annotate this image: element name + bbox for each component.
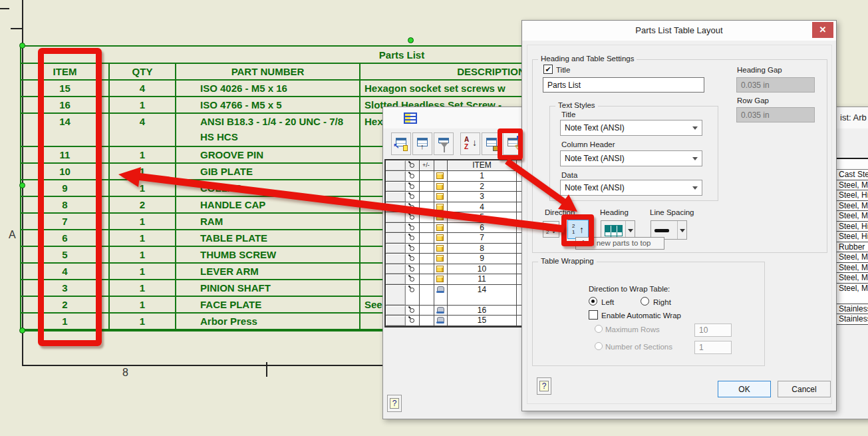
table-wrapping-group-label: Table Wrapping xyxy=(538,257,597,265)
row-gap-field: 0.035 in xyxy=(736,107,815,122)
wrap-right-radio[interactable] xyxy=(641,297,649,306)
magnifier-icon xyxy=(410,308,414,313)
item-cell[interactable]: 6 xyxy=(448,223,517,233)
header-qty: QTY xyxy=(110,64,176,79)
cancel-button[interactable]: Cancel xyxy=(778,381,831,397)
line-spacing-label: Line Spacing xyxy=(650,208,694,216)
part-icon xyxy=(436,234,444,241)
close-button[interactable]: ✕ xyxy=(812,22,833,38)
group-settings-button[interactable]: ↑ xyxy=(412,132,432,155)
magnifier-icon xyxy=(410,288,414,292)
zone-tick-left xyxy=(11,28,23,29)
row-selector[interactable] xyxy=(386,223,406,233)
header-item: ITEM xyxy=(21,64,110,79)
sheet-border-corner-tick xyxy=(0,8,9,9)
app-canvas: A 8 Parts List ITEM QTY PART NUMBER DESC… xyxy=(0,0,868,436)
item-cell[interactable]: 16 xyxy=(448,306,517,316)
row-selector[interactable] xyxy=(386,244,406,254)
number-of-sections-radio[interactable] xyxy=(595,342,603,350)
row-gap-label: Row Gap xyxy=(737,97,769,105)
part-icon xyxy=(436,193,444,200)
grip-handle[interactable] xyxy=(19,43,25,49)
enable-auto-wrap-checkbox[interactable] xyxy=(589,310,598,320)
chevron-down-icon xyxy=(692,157,698,160)
magnifier-icon xyxy=(410,236,414,240)
sort-az-icon: A xyxy=(464,136,469,143)
part-icon xyxy=(436,224,444,231)
sort-button[interactable]: A Z ↓ xyxy=(460,132,480,155)
grip-handle[interactable] xyxy=(408,37,414,43)
table-layout-button[interactable]: ✎ xyxy=(503,132,523,155)
chevron-down-icon xyxy=(692,186,698,190)
heading-placement-label: Heading xyxy=(600,208,629,216)
maximum-rows-label: Maximum Rows xyxy=(605,326,660,333)
item-cell[interactable]: 4 xyxy=(448,202,517,212)
dialog-title-bar[interactable]: Parts List Table Layout ✕ xyxy=(522,21,836,41)
row-selector[interactable] xyxy=(386,212,406,222)
chevron-down-icon[interactable] xyxy=(677,221,686,239)
row-selector[interactable] xyxy=(386,306,406,316)
row-selector[interactable] xyxy=(386,274,406,284)
export-button[interactable] xyxy=(482,132,502,155)
direction-label: Direction xyxy=(545,208,575,216)
wrap-direction-label: Direction to Wrap Table: xyxy=(589,285,670,293)
row-selector[interactable] xyxy=(386,316,406,326)
grip-handle[interactable] xyxy=(19,182,25,188)
row-selector[interactable] xyxy=(386,182,406,192)
part-icon xyxy=(436,183,444,190)
row-selector[interactable] xyxy=(386,264,406,274)
part-icon xyxy=(436,204,444,210)
part-icon xyxy=(436,172,444,179)
item-cell[interactable]: 14 xyxy=(448,285,517,305)
add-parts-bottom-button[interactable]: 12↓ xyxy=(543,221,559,238)
item-cell[interactable]: 9 xyxy=(448,254,517,264)
dialog-help-button[interactable] xyxy=(537,377,551,395)
part-icon xyxy=(436,245,444,252)
item-cell[interactable]: 1 xyxy=(448,171,517,181)
heading-gap-field: 0.035 in xyxy=(736,77,815,93)
item-cell[interactable]: 5 xyxy=(448,212,517,222)
add-parts-top-button[interactable]: 21↑ xyxy=(567,220,589,239)
row-selector[interactable] xyxy=(386,254,406,264)
title-checkbox[interactable]: ✔ xyxy=(543,65,553,74)
title-style-dropdown[interactable]: Note Text (ANSI) xyxy=(560,120,702,136)
row-selector[interactable] xyxy=(386,285,406,305)
column-header-label: Column Header xyxy=(561,140,615,148)
part-icon xyxy=(436,276,444,282)
column-header-style-dropdown[interactable]: Note Text (ANSI) xyxy=(560,150,702,166)
item-cell[interactable]: 10 xyxy=(448,264,517,274)
filter-settings-button[interactable] xyxy=(434,132,454,155)
item-cell[interactable]: 15 xyxy=(448,316,517,326)
editor-help-button[interactable] xyxy=(387,395,402,412)
grip-handle[interactable] xyxy=(19,327,25,333)
magnifier-icon xyxy=(410,256,414,261)
item-cell[interactable]: 11 xyxy=(448,274,517,284)
data-style-dropdown[interactable]: Note Text (ANSI) xyxy=(560,180,702,196)
row-selector[interactable] xyxy=(386,171,406,181)
title-input[interactable]: Parts List xyxy=(543,77,704,93)
heading-top-icon xyxy=(605,225,623,236)
row-selector[interactable] xyxy=(386,233,406,243)
title-checkbox-label: Title xyxy=(556,66,570,74)
column-chooser-button[interactable]: ↖ xyxy=(391,132,411,155)
zone-col-label: 8 xyxy=(122,367,128,379)
item-cell[interactable]: 2 xyxy=(448,182,517,192)
sheet-border-bottom xyxy=(22,365,384,366)
data-label: Data xyxy=(561,171,577,179)
item-cell[interactable]: 7 xyxy=(448,233,517,243)
magnifier-icon xyxy=(410,194,414,199)
enable-auto-wrap-label: Enable Automatic Wrap xyxy=(601,312,681,320)
item-cell[interactable]: 3 xyxy=(448,192,517,202)
tooltip: Add new parts to top xyxy=(575,237,664,250)
maximum-rows-radio[interactable] xyxy=(595,325,603,333)
magnifier-icon xyxy=(410,267,414,272)
item-cell[interactable]: 8 xyxy=(448,244,517,254)
row-selector[interactable] xyxy=(386,192,406,202)
magnifier-icon xyxy=(410,246,414,251)
parts-list-table-layout-dialog: Parts List Table Layout ✕ Heading and Ta… xyxy=(521,20,837,411)
wrap-left-radio[interactable] xyxy=(589,297,597,306)
chevron-down-icon[interactable] xyxy=(625,221,635,239)
magnifier-icon xyxy=(410,205,414,210)
row-selector[interactable] xyxy=(386,202,406,212)
ok-button[interactable]: OK xyxy=(718,381,771,397)
